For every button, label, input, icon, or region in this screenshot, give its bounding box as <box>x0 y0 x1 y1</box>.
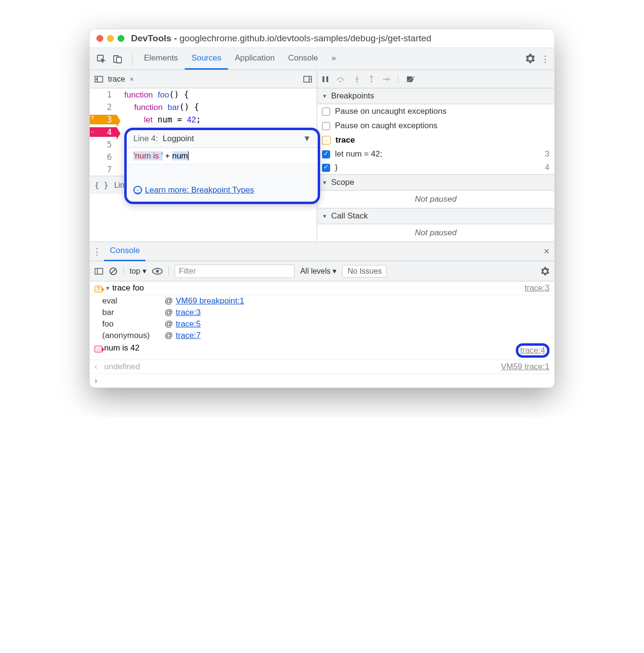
stack-fn: eval <box>102 296 165 306</box>
pause-caught-checkbox[interactable]: Pause on caught exceptions <box>317 119 554 133</box>
close-drawer-icon[interactable]: × <box>544 246 549 257</box>
step-icon[interactable] <box>382 76 390 82</box>
console-settings-icon[interactable] <box>541 267 549 276</box>
step-into-icon[interactable] <box>354 75 360 83</box>
console-prompt[interactable]: › <box>90 374 554 387</box>
stack-source-link[interactable]: trace:7 <box>176 331 201 340</box>
close-window-button[interactable] <box>96 35 103 42</box>
title-url: googlechrome.github.io/devtools-samples/… <box>179 33 431 43</box>
drawer-tabs: ⋮ Console × <box>90 242 554 261</box>
settings-icon[interactable] <box>525 54 535 64</box>
stack-source-link[interactable]: VM69 breakpoint:1 <box>176 296 244 306</box>
scope-header[interactable]: ▼Scope <box>317 174 554 191</box>
log-source-link[interactable]: trace:4 <box>520 346 545 355</box>
pause-uncaught-checkbox[interactable]: Pause on uncaught exceptions <box>317 104 554 119</box>
panel-tabs: Elements Sources Application Console » <box>137 48 525 70</box>
console-sidebar-icon[interactable] <box>95 268 103 275</box>
line-number[interactable]: 6 <box>90 152 117 162</box>
minimize-window-button[interactable] <box>107 35 114 42</box>
file-tab-trace[interactable]: trace × <box>108 75 134 84</box>
checkbox-icon <box>322 122 330 130</box>
return-source-link[interactable]: VM59 trace:1 <box>501 362 549 372</box>
breakpoint-line: 3 <box>545 149 549 159</box>
breakpoints-header[interactable]: ▼Breakpoints <box>317 88 554 104</box>
show-debugger-icon[interactable] <box>303 76 312 83</box>
console-log-row[interactable]: ‥ num is 42 trace:4 <box>90 341 554 360</box>
tab-sources[interactable]: Sources <box>185 48 228 70</box>
tab-overflow[interactable]: » <box>325 48 343 70</box>
console-trace-row[interactable]: ? ▼ trace foo trace:3 <box>90 281 554 295</box>
checkbox-icon[interactable] <box>322 164 330 172</box>
checkbox-icon[interactable] <box>322 150 330 158</box>
clear-console-icon[interactable] <box>109 267 118 276</box>
tab-application[interactable]: Application <box>228 48 281 70</box>
trace-badge-icon: ? <box>95 283 104 293</box>
svg-rect-2 <box>117 57 121 63</box>
pretty-print-icon[interactable]: { } <box>95 181 108 190</box>
deactivate-breakpoints-icon[interactable] <box>406 75 416 83</box>
device-toolbar-icon[interactable] <box>111 52 124 66</box>
breakpoint-file-group[interactable]: ⬨trace <box>317 133 554 147</box>
svg-point-9 <box>370 81 372 83</box>
line-number[interactable]: 3? <box>90 115 117 124</box>
stack-frame[interactable]: bar@trace:3 <box>102 307 554 318</box>
code-line[interactable]: 3? let num = 42; <box>90 113 317 126</box>
line-number[interactable]: 4‥ <box>90 127 117 137</box>
stack-fn: bar <box>102 308 165 317</box>
stack-frame[interactable]: foo@trace:5 <box>102 318 554 330</box>
line-number[interactable]: 7 <box>90 165 117 174</box>
at-symbol: @ <box>165 331 173 340</box>
checkbox-label: Pause on caught exceptions <box>335 121 438 131</box>
logpoint-expression-input[interactable]: 'num is ' + num <box>127 148 318 164</box>
file-tab-label: trace <box>108 75 125 84</box>
input-var: num <box>172 151 188 160</box>
line-number[interactable]: 1 <box>90 90 117 99</box>
stack-frame[interactable]: eval@VM69 breakpoint:1 <box>102 295 554 307</box>
show-navigator-icon[interactable] <box>95 76 103 83</box>
return-value: undefined <box>104 362 501 372</box>
step-over-icon[interactable] <box>336 76 346 83</box>
traffic-lights <box>96 35 124 42</box>
divider <box>123 266 124 276</box>
trace-source-link[interactable]: trace:3 <box>525 283 549 293</box>
inspect-element-icon[interactable] <box>95 52 108 66</box>
svg-point-7 <box>339 81 341 83</box>
tab-console[interactable]: Console <box>281 48 324 70</box>
kebab-menu-icon[interactable]: ⋮ <box>541 54 549 64</box>
popover-spacer <box>127 164 318 179</box>
popover-header: Line 4: Logpoint ▼ <box>127 130 318 148</box>
tab-elements[interactable]: Elements <box>137 48 185 70</box>
code-line[interactable]: 1function foo() { <box>90 88 317 101</box>
callstack-header[interactable]: ▼Call Stack <box>317 208 554 224</box>
stack-frame[interactable]: (anonymous)@trace:7 <box>102 330 554 341</box>
filter-input[interactable]: Filter <box>175 265 295 278</box>
zoom-window-button[interactable] <box>118 35 124 42</box>
close-tab-icon[interactable]: × <box>130 75 134 83</box>
drawer-menu-icon[interactable]: ⋮ <box>90 246 104 257</box>
breakpoint-item[interactable]: let num = 42;3 <box>317 147 554 161</box>
input-op: + <box>163 151 172 160</box>
toolbar-right: ⋮ <box>525 54 549 64</box>
stack-trace: eval@VM69 breakpoint:1bar@trace:3foo@tra… <box>90 295 554 341</box>
step-out-icon[interactable] <box>368 75 375 83</box>
live-expression-icon[interactable] <box>152 268 163 275</box>
code-line[interactable]: 2 function bar() { <box>90 101 317 113</box>
breakpoint-type-select[interactable]: Logpoint <box>163 134 303 144</box>
log-levels-select[interactable]: All levels ▾ <box>300 266 337 276</box>
chevron-down-icon[interactable]: ▼ <box>303 134 311 144</box>
line-number[interactable]: 2 <box>90 102 117 112</box>
context-selector[interactable]: top ▾ <box>130 266 146 276</box>
pause-icon[interactable] <box>322 76 329 83</box>
breakpoint-item[interactable]: }4 <box>317 161 554 174</box>
input-string: 'num is ' <box>133 151 163 160</box>
issues-button[interactable]: No Issues <box>342 265 387 278</box>
stack-source-link[interactable]: trace:5 <box>176 319 201 329</box>
drawer-tab-console[interactable]: Console <box>104 242 145 261</box>
expand-icon[interactable]: ▼ <box>105 285 110 291</box>
titlebar: DevTools - googlechrome.github.io/devtoo… <box>90 29 554 48</box>
devtools-window: DevTools - googlechrome.github.io/devtoo… <box>89 29 555 388</box>
stack-source-link[interactable]: trace:3 <box>176 308 201 317</box>
learn-more-link[interactable]: → Learn more: Breakpoint Types <box>133 185 311 195</box>
line-number[interactable]: 5 <box>90 140 117 149</box>
svg-point-17 <box>156 270 159 273</box>
